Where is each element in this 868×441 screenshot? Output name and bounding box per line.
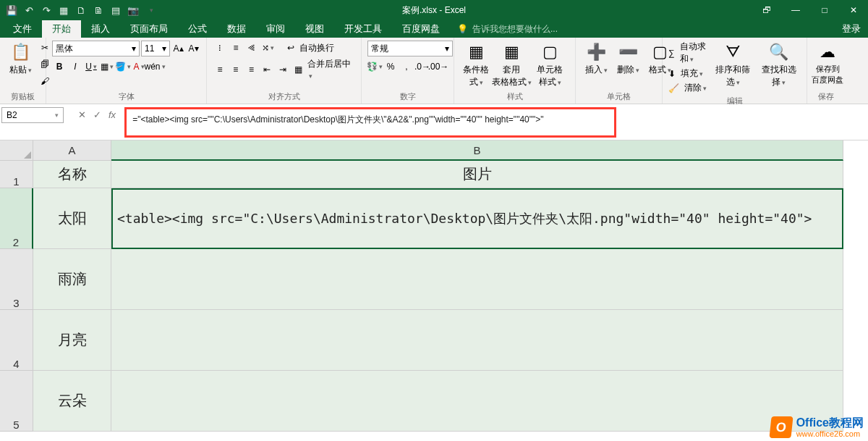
- align-bottom-icon[interactable]: ⫷: [244, 41, 259, 55]
- percent-format-icon[interactable]: %: [383, 59, 398, 74]
- align-right-icon[interactable]: ≡: [244, 62, 259, 77]
- tab-review[interactable]: 审阅: [256, 20, 295, 38]
- page-icon[interactable]: 🗎: [93, 4, 104, 16]
- save-icon[interactable]: 💾: [6, 4, 17, 16]
- cell-b3[interactable]: [111, 249, 843, 310]
- accounting-format-icon[interactable]: 💱: [367, 59, 382, 74]
- tab-page-layout[interactable]: 页面布局: [120, 20, 178, 38]
- tab-insert[interactable]: 插入: [81, 20, 120, 38]
- border-button[interactable]: ▦: [100, 59, 114, 74]
- row-header-1[interactable]: 1: [0, 161, 33, 188]
- redo-icon[interactable]: ↷: [41, 4, 52, 16]
- enter-formula-icon[interactable]: ✓: [93, 109, 101, 120]
- increase-indent-icon[interactable]: ⇥: [276, 62, 290, 77]
- customize-qat-icon[interactable]: [145, 4, 156, 16]
- cell-a4[interactable]: 月亮: [33, 310, 111, 371]
- italic-button[interactable]: I: [68, 59, 82, 74]
- name-box[interactable]: B2▾: [1, 107, 64, 123]
- phonetic-button[interactable]: wén: [148, 59, 162, 74]
- row-header-4[interactable]: 4: [0, 310, 33, 371]
- cell-b5[interactable]: [111, 371, 843, 432]
- cell-a3[interactable]: 雨滴: [33, 249, 111, 310]
- conditional-format-button[interactable]: ▦条件格式: [460, 41, 493, 90]
- sort-icon: ᗊ: [723, 42, 743, 62]
- wrap-text-label[interactable]: 自动换行: [299, 42, 334, 54]
- insert-cells-button[interactable]: ➕插入: [582, 41, 610, 77]
- undo-icon[interactable]: ↶: [23, 4, 35, 16]
- formula-input[interactable]: ="<table><img src=""C:\Users\Administrat…: [124, 107, 616, 138]
- align-left-icon[interactable]: ≡: [213, 62, 227, 77]
- row-header-3[interactable]: 3: [0, 249, 33, 310]
- cell-b2[interactable]: <table><img src="C:\Users\Administrator\…: [111, 188, 843, 249]
- wrap-text-icon[interactable]: ↩: [284, 41, 298, 55]
- lightbulb-icon: 💡: [457, 24, 468, 34]
- fill-button[interactable]: ⬇ 填充: [668, 67, 708, 80]
- cloud-icon: ☁: [817, 42, 838, 62]
- cell-a5[interactable]: 云朵: [33, 371, 111, 432]
- tab-data[interactable]: 数据: [217, 20, 256, 38]
- styles-group-label: 样式: [460, 90, 569, 104]
- minimize-button[interactable]: —: [781, 0, 810, 20]
- orientation-icon[interactable]: ⤭: [260, 41, 275, 55]
- fill-color-button[interactable]: 🪣: [116, 59, 130, 74]
- tab-developer[interactable]: 开发工具: [334, 20, 392, 38]
- maximize-button[interactable]: □: [810, 0, 839, 20]
- autosum-button[interactable]: ∑ 自动求和: [668, 41, 708, 65]
- align-middle-icon[interactable]: ≡: [229, 41, 243, 55]
- paste-button[interactable]: 📋 粘贴: [6, 41, 35, 77]
- window-title: 案例.xlsx - Excel: [402, 4, 466, 17]
- row-header-5[interactable]: 5: [0, 371, 33, 432]
- increase-font-icon[interactable]: A▴: [171, 41, 185, 56]
- clipboard-group-label: 剪贴板: [6, 90, 40, 104]
- tab-formulas[interactable]: 公式: [178, 20, 217, 38]
- cancel-formula-icon[interactable]: ✕: [78, 109, 86, 120]
- find-icon: 🔍: [769, 42, 789, 62]
- sort-filter-button[interactable]: ᗊ排序和筛选: [711, 41, 754, 90]
- align-top-icon[interactable]: ⫶: [213, 41, 227, 55]
- merge-icon[interactable]: ▦: [292, 62, 306, 77]
- camera-icon[interactable]: 📷: [127, 4, 139, 16]
- align-center-icon[interactable]: ≡: [229, 62, 243, 77]
- new-icon[interactable]: 🗋: [75, 4, 87, 16]
- tab-file[interactable]: 文件: [3, 20, 42, 38]
- decrease-font-icon[interactable]: A▾: [187, 41, 200, 56]
- find-select-button[interactable]: 🔍查找和选择: [757, 41, 801, 90]
- comma-format-icon[interactable]: ,: [399, 59, 414, 74]
- number-format-select[interactable]: 常规▾: [367, 41, 453, 56]
- decrease-indent-icon[interactable]: ⇤: [260, 62, 274, 77]
- cell-styles-button[interactable]: ▢单元格样式: [531, 41, 569, 90]
- clear-button[interactable]: 🧹 清除: [668, 82, 708, 94]
- column-header-b[interactable]: B: [111, 140, 843, 161]
- cell-a2[interactable]: 太阳: [33, 188, 111, 249]
- tab-baidu[interactable]: 百度网盘: [392, 20, 450, 38]
- cell-style-icon: ▢: [540, 42, 560, 62]
- decrease-decimal-icon[interactable]: .00→: [431, 59, 446, 74]
- cell-b4[interactable]: [111, 310, 843, 371]
- close-button[interactable]: ✕: [839, 0, 868, 20]
- ribbon-display-icon[interactable]: 🗗: [752, 0, 781, 20]
- table-icon[interactable]: ▤: [110, 4, 122, 16]
- merge-center-button[interactable]: 合并后居中: [307, 58, 355, 80]
- save-baidu-button[interactable]: ☁保存到 百度网盘: [813, 41, 842, 87]
- sigma-icon: ∑: [668, 48, 675, 58]
- number-group-label: 数字: [367, 90, 448, 104]
- tab-home[interactable]: 开始: [42, 20, 81, 38]
- column-header-a[interactable]: A: [33, 140, 111, 161]
- underline-button[interactable]: U: [84, 59, 98, 74]
- delete-cells-button[interactable]: ➖删除: [613, 41, 642, 77]
- fx-icon[interactable]: fx: [109, 109, 116, 120]
- format-as-table-button[interactable]: ▦套用 表格格式: [495, 41, 528, 90]
- cell-b1[interactable]: 图片: [111, 161, 843, 188]
- bold-button[interactable]: B: [52, 59, 67, 74]
- ribbon: 📋 粘贴 ✂ 🗐 🖌 剪贴板 黑体▾ 11▾ A▴ A▾ B I U: [0, 38, 868, 104]
- tell-me-search[interactable]: 💡告诉我您想要做什么...: [450, 20, 558, 38]
- tab-view[interactable]: 视图: [295, 20, 334, 38]
- row-header-2[interactable]: 2: [0, 188, 33, 249]
- grid-icon[interactable]: ▦: [58, 4, 69, 16]
- font-size-select[interactable]: 11▾: [141, 41, 170, 56]
- login-link[interactable]: 登录: [842, 22, 861, 35]
- quick-access-toolbar: 💾 ↶ ↷ ▦ 🗋 🗎 ▤ 📷: [0, 4, 156, 16]
- font-name-select[interactable]: 黑体▾: [52, 41, 140, 56]
- cell-a1[interactable]: 名称: [33, 161, 111, 188]
- select-all-corner[interactable]: [0, 140, 33, 161]
